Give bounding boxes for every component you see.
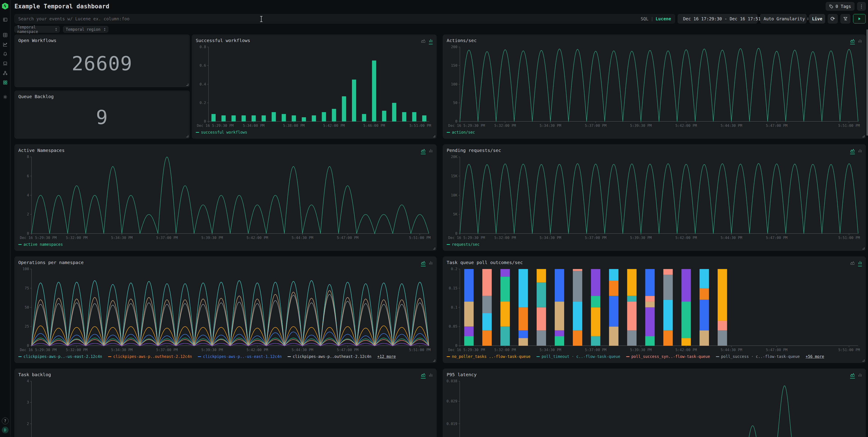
svg-text:5:51:00 PM: 5:51:00 PM [838, 236, 860, 240]
stat-value: 9 [18, 99, 186, 135]
chart-legend[interactable]: action/sec [447, 129, 862, 135]
svg-text:0.8: 0.8 [199, 45, 206, 49]
query-chart-icon[interactable] [2, 41, 8, 48]
line-view-button[interactable] [421, 373, 426, 378]
svg-text:5:32:00 PM: 5:32:00 PM [494, 123, 516, 128]
svg-text:5:37:00 PM: 5:37:00 PM [156, 236, 178, 240]
panel-p95-latency: P95 latency 0.0190.0290.038Dec 16 5:29:3… [443, 369, 866, 437]
legend-item[interactable]: poll_success_syn..-flow-task-queue [626, 354, 710, 359]
bar-view-button[interactable] [429, 373, 433, 378]
resize-handle[interactable] [186, 135, 188, 137]
filter-button[interactable] [840, 14, 850, 24]
resize-handle[interactable] [862, 247, 864, 249]
resize-handle[interactable] [433, 247, 435, 249]
legend-more-link[interactable]: +56 more [806, 354, 824, 359]
tags-button[interactable]: 0 Tags [826, 2, 855, 11]
legend-item[interactable]: poll_timeout · c..-flow-task-queue [536, 354, 620, 359]
chart-legend[interactable]: requests/sec [447, 241, 862, 248]
line-view-button[interactable] [850, 149, 855, 154]
legend-item[interactable]: requests/sec [447, 242, 480, 247]
chart-legend[interactable]: no_poller_tasks ..-flow-task-queuepoll_t… [447, 353, 862, 360]
filter-temporal-region[interactable]: Temporal region ▴▾ [63, 26, 108, 33]
svg-text:0.2: 0.2 [199, 101, 206, 105]
legend-item[interactable]: action/sec [447, 130, 475, 134]
svg-text:5:47:00 PM: 5:47:00 PM [766, 123, 787, 128]
svg-text:20K: 20K [451, 155, 458, 159]
line-view-button[interactable] [421, 39, 426, 44]
active-namespaces-chart[interactable]: 02468Dec 16 5:29:30 PM5:32:00 PM5:34:30 … [18, 154, 433, 241]
svg-text:Dec 16 5:29:30 PM: Dec 16 5:29:30 PM [20, 348, 57, 352]
chart-legend[interactable]: clickpipes-aws-p..-us-east-2.12c4nclickp… [18, 353, 433, 360]
bar-view-button[interactable] [858, 39, 862, 44]
legend-item[interactable]: clickpipes-aws-p..-us-east-2.12c4n [18, 354, 102, 359]
legend-item[interactable]: successful workflows [196, 130, 247, 134]
panel-title: Queue Backlog [18, 94, 186, 99]
line-view-button[interactable] [850, 373, 855, 378]
resize-handle[interactable] [862, 135, 864, 137]
pending-requests-chart[interactable]: 05K10K15K20KDec 16 5:29:30 PM5:32:00 PM5… [447, 154, 862, 241]
svg-text:5:32:00 PM: 5:32:00 PM [494, 348, 516, 352]
vertical-scrollbar[interactable] [866, 29, 868, 136]
flow-icon[interactable] [2, 70, 8, 76]
svg-text:0.1: 0.1 [451, 305, 458, 310]
bell-icon[interactable] [2, 51, 8, 57]
svg-text:100: 100 [23, 267, 29, 271]
line-view-button[interactable] [850, 39, 855, 44]
svg-text:5:42:00 PM: 5:42:00 PM [675, 348, 697, 352]
legend-item[interactable]: clickpipes-aws-p..outheast-2.12c4n [108, 354, 192, 359]
svg-text:5:42:00 PM: 5:42:00 PM [246, 236, 268, 240]
svg-text:5:42:00 PM: 5:42:00 PM [675, 236, 697, 240]
refresh-button[interactable]: ⟳ [828, 14, 838, 24]
legend-item[interactable]: clickpipes-aws-p..outheast-2.12c4n [287, 354, 371, 359]
chart-legend[interactable]: successful workflows [196, 129, 433, 135]
axiom-logo-icon[interactable]: ϟ [2, 3, 8, 9]
live-button[interactable]: Live [809, 14, 825, 24]
bar-view-button[interactable] [858, 373, 862, 378]
task-backlog-chart[interactable]: 234Dec 16 5:29:30 PM5:32:00 PM5:34:30 PM… [18, 378, 433, 437]
search-input[interactable]: Search your events w/ Lucene ex. column:… [14, 14, 675, 24]
date-range-button[interactable]: Dec 16 17:29:30 - Dec 16 17:51:30 [678, 14, 757, 24]
svg-text:25: 25 [25, 324, 29, 329]
resize-handle[interactable] [433, 135, 435, 137]
monitor-icon[interactable] [2, 60, 8, 67]
line-view-button[interactable] [421, 261, 426, 266]
panel-title: Open Workflows [18, 38, 186, 43]
help-button[interactable]: ? [2, 417, 8, 424]
more-menu-button[interactable]: ⋮ [857, 2, 866, 11]
legend-item[interactable]: poll_success · c..-flow-task-queue [716, 354, 800, 359]
p95-latency-chart[interactable]: 0.0190.0290.038Dec 16 5:29:30 PM5:32:00 … [447, 378, 862, 437]
resize-handle[interactable] [862, 360, 864, 362]
resize-handle[interactable] [186, 84, 188, 86]
successful-workflows-chart[interactable]: 00.20.40.60.8Dec 16 5:29:30 PM5:34:00 PM… [196, 44, 433, 129]
legend-item[interactable]: clickpipes-aws-p..-us-east-1.12c4n [198, 354, 282, 359]
bar-view-button[interactable] [429, 261, 433, 266]
dashboards-icon[interactable] [2, 79, 8, 86]
filter-temporal-namespace[interactable]: Temporal namespace ▴▾ [14, 26, 60, 33]
svg-text:5:42:00 PM: 5:42:00 PM [323, 123, 345, 128]
granularity-select[interactable]: Auto Granularity ▴▾ [760, 14, 807, 24]
bar-view-button[interactable] [429, 149, 433, 154]
chart-legend[interactable]: active namespaces [18, 241, 433, 248]
run-query-button[interactable] [853, 14, 866, 24]
query-language-toggle[interactable]: SQL | Lucene [641, 16, 671, 21]
legend-item[interactable]: no_poller_tasks ..-flow-task-queue [447, 354, 530, 359]
svg-text:15K: 15K [451, 174, 458, 178]
legend-item[interactable]: active namespaces [18, 242, 63, 247]
datasets-icon[interactable] [2, 32, 8, 38]
task-queue-poll-chart[interactable]: 00.050.10.150.2Dec 16 5:29:30 PM5:32:00 … [447, 266, 862, 353]
bar-view-button[interactable] [858, 261, 862, 266]
operations-chart[interactable]: 0255075100Dec 16 5:29:30 PM5:32:00 PM5:3… [18, 266, 433, 353]
collapse-sidebar-icon[interactable] [2, 16, 8, 23]
actions-sec-chart[interactable]: 050100150200Dec 16 5:29:30 PM5:32:00 PM5… [447, 44, 862, 129]
bar-view-button[interactable] [858, 149, 862, 154]
line-view-button[interactable] [421, 149, 426, 154]
gear-icon[interactable] [2, 94, 8, 100]
bar-view-button[interactable] [429, 39, 433, 44]
svg-text:0.6: 0.6 [199, 63, 206, 68]
panel-pending-requests: Pending requests/sec 05K10K15K20KDec 16 … [443, 145, 866, 251]
svg-text:3: 3 [27, 400, 29, 404]
legend-more-link[interactable]: +12 more [377, 354, 396, 359]
line-view-button[interactable] [850, 261, 855, 266]
user-avatar[interactable]: D [2, 427, 8, 433]
resize-handle[interactable] [433, 360, 435, 362]
